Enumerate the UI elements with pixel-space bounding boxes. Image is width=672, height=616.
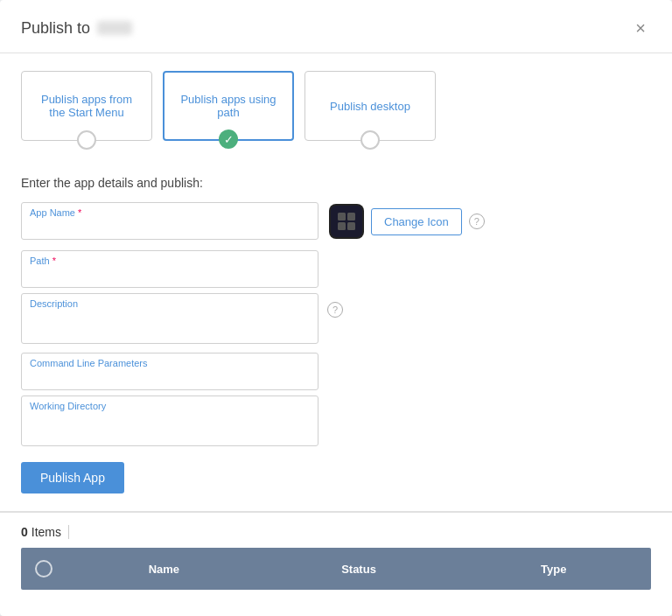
form-section: Enter the app details and publish: App N… [0, 162, 672, 511]
tab-start-menu-label: Publish apps from the Start Menu [36, 93, 137, 119]
publish-app-button[interactable]: Publish App [21, 462, 124, 494]
app-name-right: Change Icon ? [329, 202, 485, 239]
change-icon-help[interactable]: ? [469, 214, 485, 229]
working-dir-field-wrapper: Working Directory [21, 396, 318, 450]
app-name-left: App Name * [21, 202, 318, 245]
check-circle: ✓ [219, 130, 238, 149]
items-section: 0 Items Name Status Type [0, 512, 672, 595]
change-icon-button[interactable]: Change Icon [371, 208, 462, 235]
items-count: 0 Items [21, 525, 651, 539]
description-help[interactable]: ? [327, 302, 343, 318]
command-line-field-wrapper: Command Line Parameters [21, 353, 318, 390]
path-field-wrapper: Path * [21, 250, 318, 288]
close-button[interactable]: × [630, 16, 651, 40]
icon-rect-tr [347, 213, 355, 220]
icon-rect-bl [338, 222, 346, 230]
publish-dialog: Publish to × Publish apps from the Start… [0, 0, 672, 616]
items-divider [68, 525, 69, 539]
title-text: Publish to [21, 19, 90, 38]
table-header: Name Status Type [21, 548, 651, 590]
table-header-checkbox[interactable] [35, 560, 52, 578]
command-line-input[interactable] [21, 353, 318, 390]
dialog-header: Publish to × [0, 0, 672, 52]
command-line-row: Command Line Parameters [21, 353, 318, 396]
app-icon-preview [329, 204, 364, 239]
app-name-field-wrapper: App Name * [21, 202, 318, 240]
path-input[interactable] [21, 250, 318, 288]
path-row: Path * [21, 250, 318, 293]
dialog-title: Publish to [21, 19, 132, 38]
tab-desktop[interactable]: Publish desktop [304, 71, 436, 141]
items-count-number: 0 [21, 525, 28, 539]
tab-using-path-label: Publish apps using path [178, 93, 278, 119]
tab-desktop-radio [360, 130, 380, 150]
description-left: Description [21, 293, 318, 353]
tab-using-path[interactable]: Publish apps using path ✓ [163, 71, 294, 141]
app-icon-inner [331, 206, 362, 237]
tab-start-menu[interactable]: Publish apps from the Start Menu [21, 71, 152, 141]
description-row: Description ? [21, 293, 651, 353]
description-field-wrapper: Description [21, 293, 318, 347]
table-header-checkbox-col [21, 548, 66, 590]
tabs-section: Publish apps from the Start Menu Publish… [0, 53, 672, 141]
icon-rect-tl [338, 213, 346, 220]
working-dir-input[interactable] [21, 396, 318, 446]
working-dir-row: Working Directory [21, 396, 318, 455]
table-header-type: Type [456, 550, 651, 588]
section-label: Enter the app details and publish: [21, 176, 651, 190]
icon-rect-br [347, 222, 355, 230]
app-name-input[interactable] [21, 202, 318, 240]
app-icon-svg [336, 211, 357, 232]
items-label: Items [32, 525, 61, 539]
tab-start-menu-radio [77, 130, 96, 150]
table-header-name: Name [66, 550, 262, 588]
tab-desktop-label: Publish desktop [330, 100, 410, 113]
description-input[interactable] [21, 293, 318, 344]
table-header-status: Status [262, 550, 457, 588]
tabs-spacer [0, 141, 672, 162]
app-name-row: App Name * [21, 202, 651, 245]
title-blur [97, 21, 132, 35]
tab-using-path-radio: ✓ [219, 130, 238, 149]
check-icon: ✓ [224, 133, 234, 146]
